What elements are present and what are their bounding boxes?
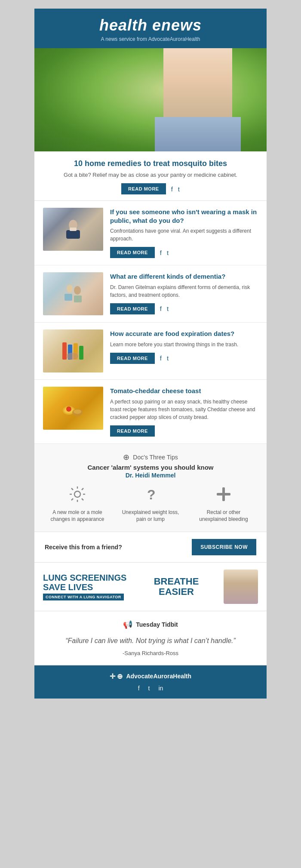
header-subtitle: A news service from AdvocateAuroraHealth: [43, 36, 258, 42]
svg-line-23: [82, 499, 83, 500]
article-actions-food: READ MORE f t: [110, 353, 258, 364]
article-title-mask: If you see someone who isn't wearing a m…: [110, 208, 258, 225]
svg-rect-6: [74, 295, 82, 302]
email-header: health enews A news service from Advocat…: [34, 9, 267, 48]
main-article-section: 10 home remedies to treat mosquito bites…: [34, 151, 267, 201]
twitter-icon-mask[interactable]: t: [167, 249, 169, 256]
main-article-title: 10 home remedies to treat mosquito bites: [52, 159, 249, 168]
tidbit-header: 📢 Tuesday Tidbit: [47, 620, 254, 629]
svg-line-24: [82, 488, 83, 490]
docs-tips-label: Doc's Three Tips: [133, 454, 178, 461]
svg-line-22: [71, 488, 73, 490]
subscribe-button[interactable]: SUBSCRIBE NOW: [192, 539, 256, 555]
tip-label-mole: A new mole or a mole changes in appearan…: [46, 509, 108, 523]
read-more-button-dementia[interactable]: READ MORE: [110, 303, 155, 314]
article-desc-dementia: Dr. Darren Gitelman explains different f…: [110, 283, 258, 299]
read-more-button-toast[interactable]: READ MORE: [110, 425, 155, 437]
lung-banner: LUNG SCREENINGSSAVE LIVES CONNECT WITH A…: [34, 563, 267, 611]
footer-facebook-icon[interactable]: f: [138, 685, 140, 692]
facebook-icon-mask[interactable]: f: [160, 249, 162, 256]
article-item-mask: If you see someone who isn't wearing a m…: [34, 201, 267, 265]
hero-image: [34, 48, 267, 151]
svg-text:?: ?: [147, 487, 156, 502]
question-icon: ?: [120, 486, 181, 505]
article-item-dementia: What are different kinds of dementia? Dr…: [34, 265, 267, 323]
article-title-toast: Tomato-cheddar cheese toast: [110, 387, 258, 395]
svg-point-4: [74, 286, 81, 295]
tips-grid: A new mole or a mole changes in appearan…: [43, 486, 258, 523]
svg-point-11: [66, 353, 78, 360]
cross-icon: ✛ ⊕: [110, 672, 123, 680]
tip-label-bleeding: Rectal or other unexplained bleeding: [193, 509, 255, 523]
docs-tips-icon-row: ⊕ Doc's Three Tips: [43, 452, 258, 462]
footer-linkedin-icon[interactable]: in: [158, 685, 163, 692]
megaphone-icon: 📢: [123, 620, 132, 629]
article-content-toast: Tomato-cheddar cheese toast A perfect so…: [110, 387, 258, 437]
article-item-food: How accurate are food expiration dates? …: [34, 323, 267, 380]
article-thumb-toast: [43, 387, 103, 430]
footer-logo-text: AdvocateAuroraHealth: [126, 673, 191, 680]
plus-icon: [193, 486, 255, 505]
twitter-icon-food[interactable]: t: [167, 354, 169, 362]
main-article-actions: READ MORE f t: [52, 183, 249, 194]
svg-rect-28: [217, 493, 230, 496]
footer-socials: f t in: [43, 685, 258, 692]
svg-rect-7: [62, 342, 67, 360]
facebook-icon-dementia[interactable]: f: [160, 305, 162, 312]
tip-item-weight: ? Unexplained weight loss, pain or lump: [116, 486, 185, 523]
tip-item-bleeding: Rectal or other unexplained bleeding: [189, 486, 258, 523]
svg-rect-1: [66, 230, 80, 239]
tidbit-label: Tuesday Tidbit: [136, 621, 178, 628]
svg-rect-5: [64, 294, 72, 301]
facebook-icon[interactable]: f: [171, 185, 173, 193]
twitter-icon-dementia[interactable]: t: [167, 305, 169, 312]
main-article-desc: Got a bite? Relief may be as close as yo…: [52, 172, 249, 178]
breathe-title: BREATHEEASIER: [133, 576, 219, 597]
sun-icon: [46, 486, 108, 505]
article-content-dementia: What are different kinds of dementia? Dr…: [110, 272, 258, 314]
twitter-icon[interactable]: t: [178, 185, 180, 193]
lung-title: LUNG SCREENINGSSAVE LIVES: [43, 573, 129, 592]
tidbit-attribution: -Sanya Richards-Ross: [47, 650, 254, 656]
lifesaver-icon: ⊕: [123, 452, 129, 462]
header-title: health enews: [43, 16, 258, 34]
docs-tips-title: Cancer 'alarm' systems you should know: [43, 464, 258, 471]
svg-point-17: [74, 491, 80, 497]
docs-tips-doctor: Dr. Heidi Memmel: [43, 472, 258, 479]
svg-rect-2: [70, 228, 77, 231]
svg-point-16: [74, 409, 81, 414]
facebook-icon-food[interactable]: f: [160, 354, 162, 362]
article-item-toast: Tomato-cheddar cheese toast A perfect so…: [34, 380, 267, 444]
article-actions-mask: READ MORE f t: [110, 247, 258, 258]
article-desc-food: Learn more before you start throwing thi…: [110, 341, 258, 348]
lung-breathe-block: BREATHEEASIER: [133, 576, 219, 597]
article-actions-toast: READ MORE: [110, 425, 258, 437]
lung-person-image: [224, 569, 258, 604]
tidbit-quote: “Failure I can live with. Not trying is …: [47, 635, 254, 646]
lung-text-block: LUNG SCREENINGSSAVE LIVES CONNECT WITH A…: [43, 573, 129, 600]
article-title-food: How accurate are food expiration dates?: [110, 329, 258, 338]
article-desc-toast: A perfect soup pairing or an easy snack,…: [110, 398, 258, 421]
svg-rect-10: [79, 346, 83, 360]
lung-cta[interactable]: CONNECT WITH A LUNG NAVIGATOR: [43, 594, 124, 600]
read-more-button-food[interactable]: READ MORE: [110, 353, 155, 364]
main-read-more-button[interactable]: READ MORE: [121, 183, 166, 194]
svg-point-14: [66, 406, 71, 412]
svg-point-3: [67, 285, 73, 292]
docs-tips-header: ⊕ Doc's Three Tips: [43, 452, 258, 462]
subscribe-section: Receive this from a friend? SUBSCRIBE NO…: [34, 532, 267, 563]
article-thumb-dementia: [43, 272, 103, 315]
read-more-button-mask[interactable]: READ MORE: [110, 247, 155, 258]
article-title-dementia: What are different kinds of dementia?: [110, 272, 258, 281]
article-content-mask: If you see someone who isn't wearing a m…: [110, 208, 258, 258]
email-wrapper: health enews A news service from Advocat…: [34, 9, 267, 699]
article-thumb-mask: [43, 208, 103, 251]
footer-twitter-icon[interactable]: t: [148, 685, 150, 692]
article-thumb-food: [43, 329, 103, 372]
svg-line-25: [71, 499, 73, 500]
email-footer: ✛ ⊕ AdvocateAuroraHealth f t in: [34, 665, 267, 699]
article-content-food: How accurate are food expiration dates? …: [110, 329, 258, 364]
article-actions-dementia: READ MORE f t: [110, 303, 258, 314]
footer-logo: ✛ ⊕ AdvocateAuroraHealth: [43, 672, 258, 680]
tip-label-weight: Unexplained weight loss, pain or lump: [120, 509, 181, 523]
